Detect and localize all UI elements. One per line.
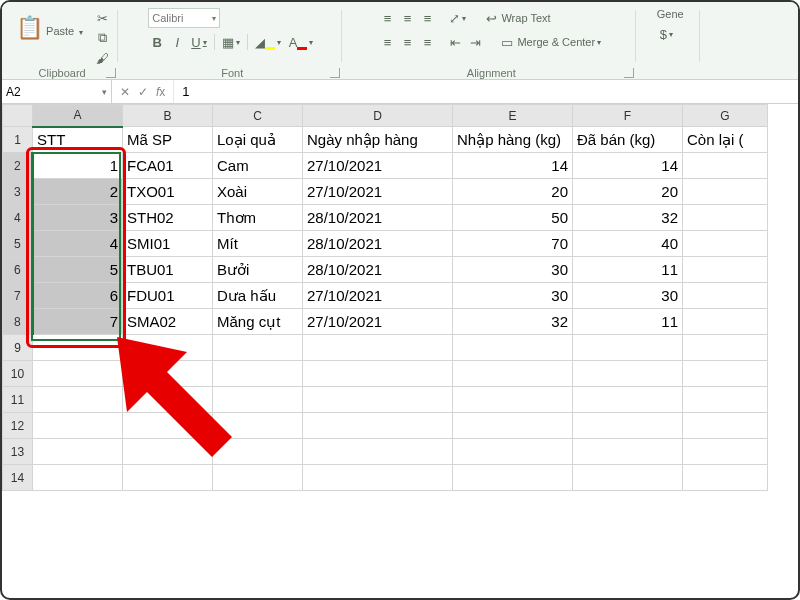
select-all-corner[interactable]: [3, 105, 33, 127]
accounting-format-button[interactable]: $: [657, 24, 676, 44]
cancel-icon[interactable]: ✕: [120, 85, 130, 99]
cell-A3[interactable]: 2: [33, 179, 123, 205]
cell-B7[interactable]: FDU01: [123, 283, 213, 309]
cell-C1[interactable]: Loại quả: [213, 127, 303, 153]
cell-B13[interactable]: [123, 439, 213, 465]
orientation-button[interactable]: ⤢: [446, 8, 469, 28]
row-header-1[interactable]: 1: [3, 127, 33, 153]
cell-A1[interactable]: STT: [33, 127, 123, 153]
cell-E9[interactable]: [453, 335, 573, 361]
cell-B4[interactable]: STH02: [123, 205, 213, 231]
font-color-button[interactable]: A: [286, 32, 317, 52]
cell-G10[interactable]: [683, 361, 768, 387]
cell-A12[interactable]: [33, 413, 123, 439]
cell-C5[interactable]: Mít: [213, 231, 303, 257]
cell-D4[interactable]: 28/10/2021: [303, 205, 453, 231]
row-header-14[interactable]: 14: [3, 465, 33, 491]
name-box[interactable]: ▾: [2, 80, 112, 103]
cell-E10[interactable]: [453, 361, 573, 387]
cut-button[interactable]: ✂: [93, 8, 112, 28]
cell-B14[interactable]: [123, 465, 213, 491]
cell-E4[interactable]: 50: [453, 205, 573, 231]
cell-C10[interactable]: [213, 361, 303, 387]
cell-E12[interactable]: [453, 413, 573, 439]
cell-C13[interactable]: [213, 439, 303, 465]
enter-icon[interactable]: ✓: [138, 85, 148, 99]
format-painter-button[interactable]: 🖌: [93, 48, 112, 68]
cell-E6[interactable]: 30: [453, 257, 573, 283]
cell-A4[interactable]: 3: [33, 205, 123, 231]
cell-C4[interactable]: Thơm: [213, 205, 303, 231]
align-bottom-button[interactable]: ≡: [418, 8, 436, 28]
alignment-dialog-launcher[interactable]: [624, 68, 634, 78]
cell-A6[interactable]: 5: [33, 257, 123, 283]
cell-B11[interactable]: [123, 387, 213, 413]
cell-F8[interactable]: 11: [573, 309, 683, 335]
cell-A5[interactable]: 4: [33, 231, 123, 257]
bold-button[interactable]: B: [148, 32, 166, 52]
cell-E8[interactable]: 32: [453, 309, 573, 335]
cell-D6[interactable]: 28/10/2021: [303, 257, 453, 283]
cell-F14[interactable]: [573, 465, 683, 491]
align-center-button[interactable]: ≡: [398, 32, 416, 52]
worksheet-grid[interactable]: ABCDEFG1STTMã SPLoại quảNgày nhập hàngNh…: [2, 104, 798, 598]
align-left-button[interactable]: ≡: [378, 32, 396, 52]
fill-color-button[interactable]: ◢: [252, 32, 284, 52]
row-header-12[interactable]: 12: [3, 413, 33, 439]
cell-C12[interactable]: [213, 413, 303, 439]
row-header-5[interactable]: 5: [3, 231, 33, 257]
fill-handle[interactable]: [118, 338, 125, 345]
cell-A14[interactable]: [33, 465, 123, 491]
cell-F7[interactable]: 30: [573, 283, 683, 309]
cell-C7[interactable]: Dưa hấu: [213, 283, 303, 309]
formula-input[interactable]: [174, 80, 798, 103]
font-name-combo[interactable]: Calibri ▾: [148, 8, 220, 28]
cell-F10[interactable]: [573, 361, 683, 387]
cell-E7[interactable]: 30: [453, 283, 573, 309]
cell-G9[interactable]: [683, 335, 768, 361]
name-box-input[interactable]: [6, 85, 86, 99]
cell-B2[interactable]: FCA01: [123, 153, 213, 179]
borders-button[interactable]: ▦: [219, 32, 243, 52]
cell-A8[interactable]: 7: [33, 309, 123, 335]
row-header-13[interactable]: 13: [3, 439, 33, 465]
row-header-9[interactable]: 9: [3, 335, 33, 361]
row-header-6[interactable]: 6: [3, 257, 33, 283]
cell-C8[interactable]: Măng cụt: [213, 309, 303, 335]
cell-F6[interactable]: 11: [573, 257, 683, 283]
cell-A11[interactable]: [33, 387, 123, 413]
cell-C3[interactable]: Xoài: [213, 179, 303, 205]
cell-D1[interactable]: Ngày nhập hàng: [303, 127, 453, 153]
cell-G14[interactable]: [683, 465, 768, 491]
cell-E5[interactable]: 70: [453, 231, 573, 257]
cell-D13[interactable]: [303, 439, 453, 465]
cell-C9[interactable]: [213, 335, 303, 361]
col-header-G[interactable]: G: [683, 105, 768, 127]
cell-B6[interactable]: TBU01: [123, 257, 213, 283]
cell-F13[interactable]: [573, 439, 683, 465]
col-header-E[interactable]: E: [453, 105, 573, 127]
cell-G7[interactable]: [683, 283, 768, 309]
merge-center-button[interactable]: ▭ Merge & Center: [498, 32, 604, 52]
clipboard-dialog-launcher[interactable]: [106, 68, 116, 78]
col-header-C[interactable]: C: [213, 105, 303, 127]
cell-D10[interactable]: [303, 361, 453, 387]
cell-A13[interactable]: [33, 439, 123, 465]
cell-F1[interactable]: Đã bán (kg): [573, 127, 683, 153]
cell-E13[interactable]: [453, 439, 573, 465]
cell-F2[interactable]: 14: [573, 153, 683, 179]
cell-E3[interactable]: 20: [453, 179, 573, 205]
cell-D2[interactable]: 27/10/2021: [303, 153, 453, 179]
cell-G3[interactable]: [683, 179, 768, 205]
cell-B8[interactable]: SMA02: [123, 309, 213, 335]
row-header-8[interactable]: 8: [3, 309, 33, 335]
wrap-text-button[interactable]: ↩ Wrap Text: [483, 8, 553, 28]
cell-G4[interactable]: [683, 205, 768, 231]
fx-icon[interactable]: fx: [156, 85, 165, 99]
cell-C11[interactable]: [213, 387, 303, 413]
cell-D8[interactable]: 27/10/2021: [303, 309, 453, 335]
number-format-combo[interactable]: Gene: [657, 8, 684, 20]
col-header-D[interactable]: D: [303, 105, 453, 127]
cell-C2[interactable]: Cam: [213, 153, 303, 179]
cell-B10[interactable]: [123, 361, 213, 387]
